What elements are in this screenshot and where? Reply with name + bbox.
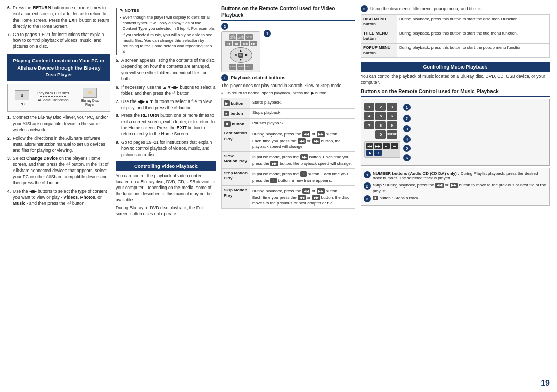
table-row: ■ button Stops playback. <box>222 108 355 118</box>
music-note-3-text: ■ button : Stops a track. <box>373 195 419 202</box>
step-c1: 1. Connect the Blu-ray Disc Player, your… <box>7 115 110 133</box>
playback-note: The player does not play sound in Search… <box>221 83 355 89</box>
music-callout-1: 1 <box>403 104 411 111</box>
table-row: ▶ button Starts playback. <box>222 98 355 108</box>
row-slow-label: Slow Motion Play <box>222 151 250 168</box>
video-remote-heading: Buttons on the Remote Control used for V… <box>221 5 355 21</box>
music-callout-6: 6 <box>403 154 411 161</box>
page-number: 19 <box>540 379 550 388</box>
ff-icon: ▶▶ <box>317 131 325 137</box>
row-play-label: ▶ button <box>222 98 250 108</box>
callout-2: 2 <box>221 23 228 30</box>
music-note-3: 3 ■ button : Stops a track. <box>364 195 547 202</box>
row-slow-desc: In pause mode, press the ▶▶ button. Each… <box>250 151 355 168</box>
step-5: 5. A screen appears listing the contents… <box>116 58 216 82</box>
small-remote-video: DISCMENU TITLEMENU POPUP ⏮ ⏭ ◀◀ ▶▶ <box>221 31 260 72</box>
playback-bullet: • To return to normal speed playback, pr… <box>221 91 355 96</box>
btn-5: 5 <box>375 112 386 120</box>
btn-empty <box>364 130 374 139</box>
video-section-text: You can control the playback of video co… <box>116 173 216 203</box>
step-c3: 3. Select Change Device on the player's … <box>7 156 110 186</box>
prev-btn: ◀◀ <box>241 41 249 46</box>
step-6-text: Press the RETURN button one or more time… <box>13 5 110 30</box>
step-6: 6. Press the RETURN button one or more t… <box>7 5 110 30</box>
t-play: ▶ <box>366 150 373 156</box>
ff-icon6: ▶▶ <box>312 195 320 200</box>
title-menu-desc: During playback, press this button to st… <box>397 29 550 43</box>
player-label: Blu-ray Disc Player <box>77 99 103 106</box>
notes-box: ✎ NOTES • Even though the player will di… <box>116 8 216 55</box>
row-fast-label: Fast Motion Play <box>222 129 250 152</box>
step-7b: 7. Use the ◀▶▲▼ buttons to select a file… <box>116 99 216 111</box>
music-callout-4: 4 <box>403 135 411 143</box>
step-c2: 2. Follow the directions in the AllShare… <box>7 135 110 154</box>
row-skip-label: Skip Motion Play <box>222 186 250 209</box>
row-fast-desc: During playback, press the ◀◀ or ▶▶ butt… <box>250 129 355 152</box>
table-row: Skip Motion Play During playback, press … <box>222 186 355 209</box>
ff-icon4: ▶▶ <box>270 161 278 166</box>
ff-icon5: ▶▶ <box>317 188 325 194</box>
pause-icon2: ⏸ <box>300 171 307 177</box>
pause-icon3: ⏸ <box>270 178 277 183</box>
music-note-1: 1 NUMBER buttons (Audio CD (CD-DA) only)… <box>364 171 547 180</box>
subtitle-btn: SUBTITLE <box>245 64 253 70</box>
t-next: ⏭ <box>391 143 398 149</box>
playback-table: ▶ button Starts playback. ■ button Stops… <box>221 98 355 209</box>
row-stop-desc: Stops playback. <box>250 108 355 118</box>
table-row: ⏸ button Pauses playback. <box>222 119 355 129</box>
btn-9: 9 <box>387 121 397 129</box>
row-pause-desc: Pauses playback. <box>250 119 355 129</box>
directional-pad: ▲ ◀OK▶ ▼ <box>230 47 252 63</box>
step-9b: 9. Go to pages 19~21 for instructions th… <box>116 140 216 158</box>
play-btn-icon: ▶ <box>224 100 230 106</box>
ff-btn: ⏭ <box>233 41 240 46</box>
btn-6: 6 <box>387 112 397 120</box>
page: 6. Press the RETURN button one or more t… <box>0 0 557 392</box>
step-8b: 8. Press the RETURN button one or more t… <box>116 113 216 138</box>
callout-2b: 2 <box>361 5 368 12</box>
music-remote-heading: Buttons on the Remote Control used for M… <box>361 88 550 97</box>
callout-1b: 1 <box>221 74 228 81</box>
music-remote-diagram: 1 2 3 4 5 6 7 8 9 0 POPUP <box>361 99 550 166</box>
callout-annotations: 1 2 3 4 5 6 <box>403 103 411 162</box>
rew-icon6: ◀◀ <box>298 195 306 200</box>
stop-btn-icon: ■ <box>224 111 229 116</box>
ann-4: 4 <box>403 135 411 143</box>
allshare-diagram: 🖥 PC Play back PC's files AllShare Conne… <box>7 84 110 112</box>
btn-7: 7 <box>364 121 374 129</box>
ann-6: 6 <box>403 154 411 161</box>
step-c4: 4. Use the ◀▶ buttons to select the type… <box>7 189 110 207</box>
video-section-title: Controlling Video Playback <box>116 161 216 171</box>
video-remote-diagram: 2 DISCMENU TITLEMENU POPUP ⏮ ⏭ ◀◀ <box>221 23 355 72</box>
music-note-1-text: NUMBER buttons (Audio CD (CD-DA) only) :… <box>373 171 547 180</box>
pause-btn-icon: ⏸ <box>224 121 231 127</box>
info-row: POPUP MENUbutton During playback, press … <box>361 43 550 58</box>
stop-icon2: ■ <box>373 196 378 200</box>
music-note-callout-3: 3 <box>364 195 371 202</box>
btn-8: 8 <box>375 121 386 129</box>
rew-icon2: ◀◀ <box>298 138 306 144</box>
rew-icon5: ◀◀ <box>302 188 310 194</box>
btn-popup: POPUP <box>387 130 397 139</box>
btn-1: 1 <box>364 103 374 111</box>
ann-5: 5 <box>403 145 411 152</box>
music-note-2: 2 Skip : During playback, press the ◀◀ o… <box>364 182 547 193</box>
step-7: 7. Go to pages 19~21 for instructions th… <box>7 32 110 50</box>
note-bullet: • Even though the player will display fo… <box>120 14 216 55</box>
row-play-desc: Starts playback. <box>250 98 355 108</box>
video-section-text2: During Blu-ray or DVD disc playback, the… <box>116 205 216 217</box>
music-note-callout-1: 1 <box>364 171 371 178</box>
rew-btn: ⏮ <box>225 41 232 46</box>
home-btn: HOME <box>237 64 244 70</box>
music-notes: 1 NUMBER buttons (Audio CD (CD-DA) only)… <box>361 168 550 206</box>
transport-row: ◀◀ ▶▶ ⏮ ⏭ ▶ ⏸ <box>364 141 400 158</box>
music-note-callout-2: 2 <box>364 182 371 190</box>
player-icon: 📀 <box>83 88 97 98</box>
row-step-desc: In pause mode, press the ⏸ button. Each … <box>250 168 355 185</box>
info-row: TITLE MENUbutton During playback, press … <box>361 29 550 43</box>
ff-icon2: ▶▶ <box>312 138 320 144</box>
btn-0: 0 <box>375 130 386 139</box>
next-btn: ▶▶ <box>250 41 257 46</box>
pc-icon: 🖥 <box>15 90 29 100</box>
btn-4: 4 <box>364 112 374 120</box>
